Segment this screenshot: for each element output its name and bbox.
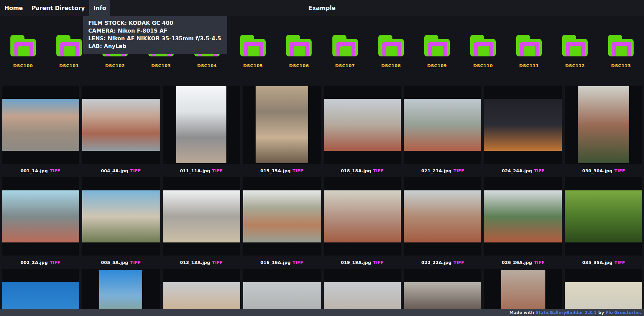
folder-item-dsc112[interactable]: DSC112 [552, 35, 598, 68]
folder-item-dsc111[interactable]: DSC111 [506, 35, 552, 68]
folder-icon [516, 35, 542, 56]
photo-tiff-link[interactable]: TIFF [534, 168, 544, 173]
thumbnail-image [484, 99, 562, 151]
photo-tiff-link[interactable]: TIFF [453, 168, 464, 173]
folder-label: DSC107 [335, 63, 355, 68]
photo-thumbnail-015_15A.jpg[interactable] [243, 86, 321, 164]
folder-label: DSC101 [59, 63, 79, 68]
folder-item-dsc106[interactable]: DSC106 [276, 35, 322, 68]
photo-filename-link[interactable]: 016_16A.jpg [260, 260, 290, 265]
folder-inner [524, 46, 535, 56]
photo-thumbnail-005_5A.jpg[interactable] [82, 177, 160, 256]
photo-filename-link[interactable]: 030_30A.jpg [582, 168, 612, 173]
author-link[interactable]: Flo Greistorfer. [606, 310, 641, 315]
folder-label: DSC111 [519, 63, 539, 68]
photo-tiff-link[interactable]: TIFF [614, 260, 625, 265]
thumbnail-image [578, 86, 629, 163]
photo-thumbnail-004_4A.jpg[interactable] [82, 86, 160, 164]
photo-filename-link[interactable]: 021_21A.jpg [421, 168, 451, 173]
photo-thumbnail-035_35A.jpg[interactable] [565, 177, 642, 256]
photo-filename-link[interactable]: 004_4A.jpg [101, 168, 128, 173]
photo-tiff-link[interactable]: TIFF [453, 260, 464, 265]
photo-filename-link[interactable]: 011_11A.jpg [180, 168, 210, 173]
folder-icon [332, 35, 358, 56]
photo-filename-link[interactable]: 002_2A.jpg [20, 260, 48, 265]
photo-thumbnail-013_13A.jpg[interactable] [163, 177, 240, 256]
photo-thumbnail-030_30A.jpg[interactable] [565, 86, 642, 164]
nav-home[interactable]: Home [0, 0, 27, 16]
photo-tiff-link[interactable]: TIFF [292, 168, 303, 173]
thumbnail-image [243, 190, 321, 242]
photo-tiff-link[interactable]: TIFF [373, 260, 383, 265]
photo-tiff-link[interactable]: TIFF [292, 260, 303, 265]
photo-thumbnail-016_16A.jpg[interactable] [243, 177, 321, 256]
thumbnail-image [163, 190, 240, 242]
folder-front [520, 42, 539, 56]
photo-tiff-link[interactable]: TIFF [212, 260, 222, 265]
folder-inner [386, 46, 397, 56]
folder-label: DSC112 [565, 63, 585, 68]
photo-caption: 005_5A.jpgTIFF [82, 256, 160, 269]
folder-item-dsc109[interactable]: DSC109 [414, 35, 460, 68]
photo-caption: 035_35A.jpgTIFF [565, 256, 642, 269]
photo-filename-link[interactable]: 035_35A.jpg [582, 260, 612, 265]
nav-info-tab[interactable]: Info [89, 0, 111, 16]
thumbnail-image [404, 99, 481, 151]
folder-item-dsc107[interactable]: DSC107 [322, 35, 368, 68]
folder-front [60, 42, 79, 56]
photo-tiff-link[interactable]: TIFF [373, 168, 383, 173]
photo-caption: 018_18A.jpgTIFF [324, 164, 401, 177]
folder-icon [470, 35, 496, 56]
photo-filename-link[interactable]: 001_1A.jpg [20, 168, 48, 173]
folder-item-dsc110[interactable]: DSC110 [460, 35, 506, 68]
folder-inner [340, 46, 352, 56]
photo-filename-link[interactable]: 018_18A.jpg [341, 168, 371, 173]
photo-thumbnail-011_11A.jpg[interactable] [163, 86, 240, 164]
photo-cell: 002_2A.jpgTIFF [2, 177, 79, 269]
folder-inner [478, 46, 489, 56]
photo-cell: 015_15A.jpgTIFF [243, 86, 321, 177]
folder-item-dsc108[interactable]: DSC108 [368, 35, 414, 68]
photo-cell: 022_22A.jpgTIFF [404, 177, 481, 269]
photo-filename-link[interactable]: 026_26A.jpg [502, 260, 532, 265]
photo-thumbnail-024_24A.jpg[interactable] [484, 86, 562, 164]
photo-tiff-link[interactable]: TIFF [50, 260, 60, 265]
photo-tiff-link[interactable]: TIFF [614, 168, 625, 173]
photo-tiff-link[interactable]: TIFF [130, 168, 141, 173]
folder-item-dsc100[interactable]: DSC100 [0, 35, 46, 68]
folder-item-dsc105[interactable]: DSC105 [230, 35, 276, 68]
folder-label: DSC105 [243, 63, 263, 68]
folder-label: DSC110 [473, 63, 493, 68]
photo-filename-link[interactable]: 013_13A.jpg [180, 260, 210, 265]
photo-tiff-link[interactable]: TIFF [130, 260, 141, 265]
photo-caption: 030_30A.jpgTIFF [565, 164, 642, 177]
photo-thumbnail-021_21A.jpg[interactable] [404, 86, 481, 164]
photo-thumbnail-019_19A.jpg[interactable] [324, 177, 401, 256]
photo-filename-link[interactable]: 005_5A.jpg [101, 260, 128, 265]
photo-thumbnail-002_2A.jpg[interactable] [2, 177, 79, 256]
photo-thumbnail-018_18A.jpg[interactable] [324, 86, 401, 164]
photo-thumbnail-022_22A.jpg[interactable] [404, 177, 481, 256]
folder-icon [608, 35, 634, 56]
info-line: LENS: Nikon AF NIKKOR 35-135mm f/3.5-4.5 [88, 35, 221, 42]
photo-filename-link[interactable]: 015_15A.jpg [260, 168, 290, 173]
photo-tiff-link[interactable]: TIFF [212, 168, 222, 173]
photo-caption: 015_15A.jpgTIFF [243, 164, 321, 177]
thumbnail-image [82, 190, 160, 242]
photo-tiff-link[interactable]: TIFF [50, 168, 60, 173]
nav-parent-directory[interactable]: Parent Directory [27, 0, 89, 16]
photo-thumbnail-001_1A.jpg[interactable] [2, 86, 79, 164]
photo-filename-link[interactable]: 019_19A.jpg [341, 260, 371, 265]
photo-thumbnail-026_26A.jpg[interactable] [484, 177, 562, 256]
thumbnail-image [324, 190, 401, 242]
folder-icon [378, 35, 404, 56]
folder-item-dsc113[interactable]: DSC113 [598, 35, 644, 68]
photo-caption: 024_24A.jpgTIFF [484, 164, 562, 177]
photo-filename-link[interactable]: 022_22A.jpg [421, 260, 451, 265]
photo-caption: 021_21A.jpgTIFF [404, 164, 481, 177]
photo-tiff-link[interactable]: TIFF [534, 260, 544, 265]
info-line: FILM STOCK: KODAK GC 400 [88, 19, 221, 27]
builder-link[interactable]: StaticGalleryBuilder 2.3.1 [536, 310, 597, 315]
photo-filename-link[interactable]: 024_24A.jpg [502, 168, 532, 173]
thumbnail-image [324, 99, 401, 151]
